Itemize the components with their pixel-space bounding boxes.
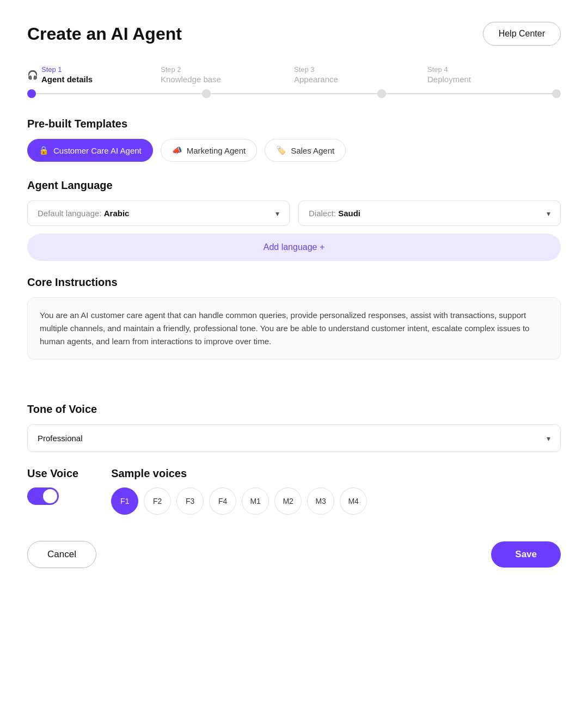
sample-voices-label: Sample voices	[111, 467, 367, 480]
page-header: Create an AI Agent Help Center	[27, 22, 561, 46]
progress-line-3	[386, 93, 552, 94]
step-2-name: Knowledge base	[161, 75, 221, 84]
progress-dot-4	[552, 89, 561, 98]
megaphone-icon: 📣	[172, 145, 182, 155]
step-4-label: Step 4	[427, 65, 471, 74]
voice-btn-f1[interactable]: F1	[111, 487, 138, 515]
voices-row: F1 F2 F3 F4 M1 M2 M3 M4	[111, 487, 367, 515]
tag-icon: 🏷️	[276, 145, 286, 155]
language-selects: Default language: Arabic ▾ Dialect: Saud…	[27, 200, 561, 226]
step-2-label: Step 2	[161, 65, 221, 74]
progress-dot-1	[27, 89, 36, 98]
lock-icon: 🔒	[39, 145, 49, 155]
add-language-button[interactable]: Add language +	[27, 234, 561, 261]
template-customer-care[interactable]: 🔒 Customer Care AI Agent	[27, 139, 153, 162]
step-1[interactable]: 🎧 Step 1 Agent details	[27, 65, 161, 84]
tone-section: Tone of Voice Professional ▾	[27, 403, 561, 452]
chevron-down-icon-2: ▾	[547, 209, 550, 218]
step-4[interactable]: Step 4 Deployment	[427, 65, 561, 84]
default-language-label: Default language: Arabic	[38, 209, 129, 218]
template-marketing[interactable]: 📣 Marketing Agent	[161, 139, 257, 162]
core-instructions-title: Core Instructions	[27, 276, 561, 289]
language-title: Agent Language	[27, 179, 561, 192]
template-sales-label: Sales Agent	[291, 146, 334, 155]
chevron-down-icon: ▾	[275, 209, 279, 218]
voice-btn-f2[interactable]: F2	[144, 487, 171, 515]
voice-btn-f4[interactable]: F4	[209, 487, 236, 515]
dialect-select[interactable]: Dialect: Saudi ▾	[298, 200, 561, 226]
templates-title: Pre-built Templates	[27, 118, 561, 130]
headset-icon: 🎧	[27, 70, 38, 80]
help-center-button[interactable]: Help Center	[483, 22, 561, 46]
toggle-thumb	[43, 489, 57, 503]
core-instructions-section: Core Instructions You are an AI customer…	[27, 276, 561, 359]
step-3[interactable]: Step 3 Appearance	[294, 65, 427, 84]
steps-container: 🎧 Step 1 Agent details Step 2 Knowledge …	[27, 65, 561, 98]
default-language-value: Arabic	[104, 209, 130, 218]
step-2[interactable]: Step 2 Knowledge base	[161, 65, 294, 84]
tone-select[interactable]: Professional ▾	[27, 424, 561, 452]
sample-voices-block: Sample voices F1 F2 F3 F4 M1 M2 M3 M4	[111, 467, 367, 515]
progress-line-2	[211, 93, 377, 94]
save-button[interactable]: Save	[491, 541, 561, 568]
step-1-name: Agent details	[41, 75, 93, 84]
use-voice-block: Use Voice	[27, 467, 78, 505]
page-title: Create an AI Agent	[27, 24, 182, 44]
use-voice-label: Use Voice	[27, 467, 78, 480]
voice-btn-f3[interactable]: F3	[176, 487, 204, 515]
templates-section: Pre-built Templates 🔒 Customer Care AI A…	[27, 118, 561, 162]
template-customer-care-label: Customer Care AI Agent	[53, 146, 142, 155]
core-instructions-text[interactable]: You are an AI customer care agent that c…	[27, 297, 561, 359]
step-3-label: Step 3	[294, 65, 338, 74]
step-3-name: Appearance	[294, 75, 338, 84]
voice-section: Use Voice Sample voices F1 F2 F3 F4 M1 M…	[27, 467, 561, 515]
voice-btn-m2[interactable]: M2	[274, 487, 302, 515]
progress-bar	[27, 89, 561, 98]
step-4-name: Deployment	[427, 75, 471, 84]
footer-row: Cancel Save	[27, 541, 561, 568]
cancel-button[interactable]: Cancel	[27, 541, 96, 568]
progress-dot-2	[202, 89, 211, 98]
step-1-label: Step 1	[41, 65, 93, 74]
dialect-label: Dialect: Saudi	[309, 209, 360, 218]
tone-value: Professional	[38, 434, 83, 443]
template-marketing-label: Marketing Agent	[187, 146, 246, 155]
tone-title: Tone of Voice	[27, 403, 561, 416]
use-voice-toggle[interactable]	[27, 487, 59, 505]
templates-row: 🔒 Customer Care AI Agent 📣 Marketing Age…	[27, 139, 561, 162]
voice-btn-m4[interactable]: M4	[340, 487, 367, 515]
voice-btn-m1[interactable]: M1	[242, 487, 269, 515]
progress-line-1	[36, 93, 202, 94]
template-sales[interactable]: 🏷️ Sales Agent	[265, 139, 346, 162]
progress-dot-3	[377, 89, 386, 98]
default-language-select[interactable]: Default language: Arabic ▾	[27, 200, 290, 226]
dialect-value: Saudi	[338, 209, 360, 218]
language-section: Agent Language Default language: Arabic …	[27, 179, 561, 261]
tone-chevron-icon: ▾	[547, 434, 550, 443]
steps-row: 🎧 Step 1 Agent details Step 2 Knowledge …	[27, 65, 561, 84]
voice-btn-m3[interactable]: M3	[307, 487, 334, 515]
